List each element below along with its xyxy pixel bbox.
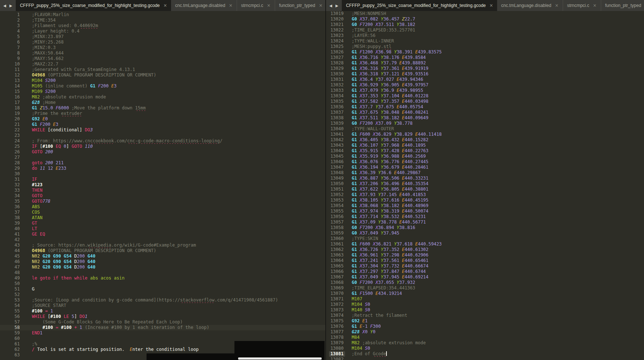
- line-number: 13053: [326, 198, 345, 203]
- code-line: 56WHILE [#100 LE 5] DO1: [0, 314, 325, 319]
- code-line: 5;MINX:23.897: [0, 34, 325, 40]
- tab-close-icon[interactable]: ×: [267, 3, 271, 8]
- code-text: GOTO: [21, 193, 325, 199]
- code-line: 13059G0 X37.049 Y37.945: [326, 230, 644, 236]
- tab-right-1[interactable]: cnc.tmLanguage.disabled×: [497, 0, 563, 11]
- line-number: 13047: [326, 165, 345, 170]
- code-line: 53;Source: [Loop and condition by g-code…: [0, 297, 325, 303]
- code-text: G1 X37.93 Y37.145 E440.41853: [345, 192, 644, 198]
- line-number: 40: [0, 226, 21, 232]
- code-text: G1 X37.582 Y37.357 E440.03498: [345, 99, 644, 104]
- code-lines-left: 1;FLAVOR:Marlin2;TIME:3543;Filament used…: [0, 11, 325, 358]
- code-line: 13040;TYPE:WALL-OUTER: [326, 126, 644, 132]
- code-text: G1 X37.079 Y36.9 E439.98955: [345, 88, 644, 93]
- line-number: 55: [0, 308, 21, 314]
- horizontal-scrollbar-thumb[interactable]: [238, 357, 322, 360]
- code-line: 16M82 ;absolute extrusion mode: [0, 94, 325, 100]
- tab-left-2[interactable]: strncmpci.c×: [237, 0, 275, 11]
- code-line: 13027G1 X36.716 Y38.176 E439.8584: [326, 55, 644, 60]
- code-text: END1: [21, 330, 325, 336]
- code-text: GE EQ: [21, 232, 325, 237]
- tab-label: strncmpci.c: [567, 3, 589, 8]
- tab-right-3[interactable]: function_ptr_typed×: [601, 0, 644, 11]
- code-line: 13051G1 X37.622 Y36.805 E440.38801: [326, 187, 644, 192]
- line-number: 49: [0, 275, 21, 281]
- code-line: 13078M84: [326, 335, 644, 340]
- code-text: [21, 270, 325, 275]
- line-number: 13: [0, 78, 21, 83]
- code-line: 36ABS: [0, 204, 325, 210]
- line-number: 13071: [326, 296, 345, 302]
- line-number: 13024: [326, 38, 345, 44]
- code-editor-left[interactable]: 1;FLAVOR:Marlin2;TIME:3543;Filament used…: [0, 11, 325, 360]
- tab-close-icon[interactable]: ×: [555, 3, 559, 8]
- tab-close-icon[interactable]: ×: [319, 3, 322, 8]
- code-line: 13047G1 X36.194 Y36.679 E440.28461: [326, 165, 644, 170]
- line-number: 13036: [326, 104, 345, 110]
- code-line: 13052G1 X37.93 Y37.145 E440.41853: [326, 192, 644, 198]
- line-number: 13040: [326, 126, 345, 132]
- code-text: GT: [21, 221, 325, 226]
- tab-left-1[interactable]: cnc.tmLanguage.disabled×: [171, 0, 237, 11]
- tab-scroll-left-icon[interactable]: ◀: [3, 4, 6, 8]
- code-line: 13049G1 X36.887 Y36.506 E440.33231: [326, 176, 644, 181]
- tab-label: CFFFP_puppy_25%_size_coarse_modified_for…: [346, 3, 486, 8]
- code-text: ;Filament used: 0.440692m: [21, 23, 325, 29]
- code-line: 13M104 S200: [0, 78, 325, 83]
- code-text: G1 X37.622 Y36.805 E440.38801: [345, 187, 644, 192]
- code-text: ;TYPE:SKIN: [345, 236, 644, 241]
- tab-close-icon[interactable]: ×: [229, 3, 233, 8]
- code-text: G1 X36.194 Y36.679 E440.28461: [345, 165, 644, 170]
- tab-label: function_ptr_typed: [279, 3, 315, 8]
- code-text: GOTO778: [21, 199, 325, 204]
- code-text: M105 (inline comment) G1 F200 E3: [21, 83, 325, 89]
- code-text: G1 X37.304 Y37.732 E440.66674: [345, 263, 644, 269]
- line-number: 13057: [326, 220, 345, 225]
- line-number: 11: [0, 67, 21, 72]
- tab-scroll-right-icon[interactable]: ▶: [10, 4, 12, 8]
- code-line: 33THEN: [0, 188, 325, 193]
- line-number: 13076: [326, 324, 345, 329]
- code-line: 13031G1 X36.4 Y37.027 E439.94346: [326, 77, 644, 82]
- code-line: 13077G28 X0 Y0: [326, 329, 644, 335]
- code-text: ATAN: [21, 215, 325, 221]
- code-line: 30: [0, 171, 325, 177]
- code-text: ;End of Gcode: [345, 351, 644, 357]
- code-text: G1 X36.39 Y36.6 E440.29867: [345, 170, 644, 176]
- code-line: 13025;MESH:puppy.stl: [326, 44, 644, 49]
- tab-right-2[interactable]: strncmpci.c×: [563, 0, 601, 11]
- code-text: THEN: [21, 188, 325, 193]
- code-line: 13048G1 X36.39 Y36.6 E440.29867: [326, 170, 644, 176]
- tab-close-icon[interactable]: ×: [593, 3, 597, 8]
- line-number: 24: [0, 138, 21, 144]
- code-line: 8;MAXX:50.644: [0, 50, 325, 56]
- code-line: 10;MAXZ:22.7: [0, 61, 325, 67]
- code-line: 19;Prime the extruder: [0, 111, 325, 116]
- code-text: G0 X37.082 Y36.457 Z22.7: [345, 16, 644, 22]
- code-editor-right[interactable]: 13019;MESH:NONMESH13020G0 X37.082 Y36.45…: [326, 11, 644, 360]
- line-number: 13079: [326, 340, 345, 346]
- code-text: ;Generated with Cura_SteamEngine 4.13.1: [21, 67, 325, 72]
- editor-group-left: ◀ ▶ CFFFP_puppy_25%_size_coarse_modified…: [0, 0, 325, 360]
- tab-scroll-left-icon[interactable]: ◀: [329, 4, 332, 8]
- tab-close-icon[interactable]: ×: [163, 3, 167, 8]
- code-text: G1 X36.961 Y37.298 E440.62906: [345, 252, 644, 258]
- code-text: M140 S0: [345, 307, 644, 313]
- code-line: 21G1 F200 E3: [0, 122, 325, 127]
- code-text: G1 X36.316 Y37.361 E439.91919: [345, 66, 644, 71]
- tab-scroll-right-icon[interactable]: ▶: [336, 4, 338, 8]
- code-text: le goto if then while abs acos asin: [21, 275, 325, 281]
- tab-left-0[interactable]: CFFFP_puppy_25%_size_coarse_modified_for…: [16, 0, 171, 11]
- code-text: ;Retract the filament: [345, 313, 644, 318]
- code-text: ;MINZ:0.3: [21, 45, 325, 50]
- code-line: 13042G1 X36.405 Y38.432 E440.15282: [326, 137, 644, 143]
- tab-close-icon[interactable]: ×: [489, 3, 493, 8]
- code-line: 13045G1 X35.919 Y36.988 E440.2569: [326, 154, 644, 159]
- tab-right-0[interactable]: CFFFP_puppy_25%_size_coarse_modified_for…: [342, 0, 497, 11]
- line-number: 30: [0, 171, 21, 177]
- tab-left-3[interactable]: function_ptr_typed×: [275, 0, 325, 11]
- line-number: 60: [0, 336, 21, 341]
- code-line: 52: [0, 292, 325, 297]
- code-lines-right: 13019;MESH:NONMESH13020G0 X37.082 Y36.45…: [326, 11, 644, 360]
- line-number: 13028: [326, 60, 345, 66]
